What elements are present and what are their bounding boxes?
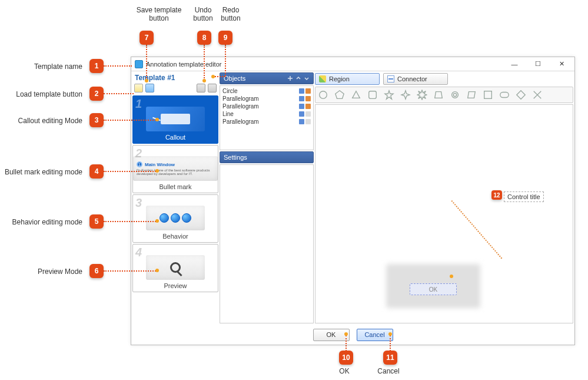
badge-11: 11: [383, 351, 397, 365]
ann-label-10: OK: [330, 367, 359, 375]
shape-capsule-icon[interactable]: [499, 90, 510, 100]
shape-pentagon-icon[interactable]: [334, 90, 345, 100]
sidebar-toolbar: [132, 83, 218, 94]
objects-list: Circle Parallelogram Parallelogram Line …: [220, 85, 314, 150]
svg-marker-13: [517, 91, 525, 99]
list-item[interactable]: Parallelogram: [220, 103, 313, 110]
cancel-button[interactable]: Cancel: [357, 329, 393, 341]
settings-header: Settings: [220, 151, 314, 163]
badge-10: 10: [339, 351, 353, 365]
list-item[interactable]: Line: [220, 110, 313, 118]
badge-5: 5: [89, 214, 104, 229]
shape-palette: [315, 87, 573, 103]
redo-button[interactable]: [208, 84, 217, 92]
badge-7: 7: [139, 31, 154, 45]
ann-label-11: Cancel: [374, 367, 403, 375]
mode-label: Callout: [165, 134, 185, 141]
shape-star4-icon[interactable]: [400, 90, 411, 100]
tab-region[interactable]: Region: [315, 73, 380, 85]
dialog-footer: OK Cancel: [131, 325, 574, 345]
shape-square-icon[interactable]: [483, 90, 493, 100]
mode-label: Preview: [164, 282, 187, 289]
ann-label-3: Callout editing Mode: [0, 117, 82, 125]
tab-row: Region Connector: [315, 72, 573, 85]
shape-diamond-icon[interactable]: [516, 90, 526, 100]
canvas[interactable]: OK 12 Control title: [315, 104, 573, 323]
svg-marker-5: [401, 91, 410, 99]
svg-rect-12: [500, 92, 509, 98]
badge-1: 1: [89, 59, 104, 73]
undo-button[interactable]: [197, 84, 205, 92]
svg-point-9: [453, 93, 456, 96]
shape-rounded-square-icon[interactable]: [367, 90, 378, 100]
mode-label: Bullet mark: [159, 183, 191, 190]
middle-panel: Objects Circle Parallelogram Parallelogr…: [220, 72, 314, 323]
shape-star5-icon[interactable]: [384, 90, 394, 100]
badge-12: 12: [491, 190, 502, 200]
badge-4: 4: [89, 164, 104, 179]
svg-rect-3: [369, 91, 377, 99]
svg-point-0: [320, 91, 327, 99]
ann-label-4: Bullet mark editing mode: [0, 168, 82, 176]
badge-9: 9: [218, 31, 232, 45]
mode-preview[interactable]: 4 Preview: [132, 244, 218, 292]
load-template-button[interactable]: [134, 84, 143, 92]
shape-triangle-icon[interactable]: [351, 90, 361, 100]
app-icon: [135, 60, 143, 68]
editor-window: Annotation template editor — ☐ ✕ Templat…: [131, 57, 575, 345]
mode-label: Behavior: [162, 233, 188, 240]
region-icon: [319, 75, 326, 82]
add-object-icon[interactable]: [287, 75, 293, 81]
mode-behavior[interactable]: 3 Behavior: [132, 194, 218, 243]
titlebar: Annotation template editor — ☐ ✕: [131, 57, 574, 71]
up-icon[interactable]: [295, 75, 301, 81]
minimize-button[interactable]: —: [503, 58, 526, 71]
svg-marker-10: [468, 92, 476, 98]
list-item[interactable]: Parallelogram: [220, 118, 313, 125]
badge-2: 2: [89, 87, 104, 101]
svg-marker-6: [417, 90, 427, 100]
close-button[interactable]: ✕: [550, 58, 573, 71]
ann-label-8: Undo button: [188, 6, 218, 22]
badge-8: 8: [197, 31, 211, 45]
objects-header: Objects: [220, 72, 314, 84]
svg-marker-2: [353, 91, 360, 98]
shape-circle-icon[interactable]: [318, 90, 328, 100]
maximize-button[interactable]: ☐: [526, 58, 550, 71]
svg-marker-4: [385, 91, 393, 99]
svg-marker-7: [435, 92, 443, 98]
svg-marker-1: [335, 91, 344, 99]
ann-label-9: Redo button: [216, 6, 245, 22]
svg-rect-11: [484, 91, 492, 99]
ann-label-7: Save template button: [132, 6, 185, 22]
shape-parallelogram-icon[interactable]: [466, 90, 477, 100]
ann-label-1: Template name: [0, 62, 82, 71]
mode-bullet-mark[interactable]: 2 1Main Window Dr-Explain is one of the …: [132, 145, 218, 193]
list-item[interactable]: Parallelogram: [220, 95, 313, 103]
window-title: Annotation template editor: [146, 61, 221, 68]
control-title-label[interactable]: Control title: [504, 191, 544, 202]
shape-cross-icon[interactable]: [532, 90, 543, 100]
right-panel: Region Connector: [315, 72, 573, 323]
ann-label-5: Behavior editing mode: [0, 218, 82, 226]
ann-label-6: Preview Mode: [0, 267, 82, 276]
tab-connector[interactable]: Connector: [383, 73, 448, 85]
shape-burst-icon[interactable]: [417, 90, 427, 100]
sidebar: Template #1 1 Callout 2 1Main Window Dr-…: [132, 72, 218, 323]
badge-3: 3: [89, 113, 104, 127]
connector-icon: [387, 75, 394, 82]
save-template-button[interactable]: [145, 84, 154, 92]
down-icon[interactable]: [304, 75, 310, 81]
svg-point-8: [452, 92, 459, 98]
shape-trapezoid-icon[interactable]: [433, 90, 444, 100]
shape-gear-icon[interactable]: [450, 90, 460, 100]
ann-label-2: Load template button: [0, 90, 82, 98]
settings-body: [220, 164, 314, 323]
list-item[interactable]: Circle: [220, 87, 313, 95]
badge-6: 6: [89, 264, 104, 278]
